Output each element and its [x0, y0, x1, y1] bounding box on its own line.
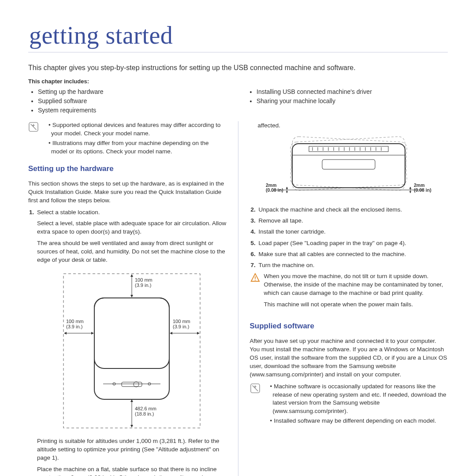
step-number: 1.: [29, 208, 34, 216]
svg-rect-18: [290, 136, 407, 190]
ordered-steps-left: 1. Select a stable location. Select a le…: [28, 208, 227, 476]
paragraph: Select a level, stable place with adequa…: [37, 219, 227, 236]
info-note: Machine software is occasionally updated…: [250, 383, 448, 427]
svg-text:482.6 mm(18.8 in.): 482.6 mm(18.8 in.): [135, 406, 156, 416]
ordered-steps-right: 2.Unpack the machine and check all the e…: [250, 205, 448, 269]
warning-note: When you move the machine, do not tilt o…: [250, 272, 448, 311]
continued-word: affected.: [250, 121, 448, 130]
column-left: Supported optional devices and features …: [28, 121, 238, 476]
warning-text: When you move the machine, do not tilt o…: [264, 272, 448, 311]
includes-label: This chapter includes:: [28, 78, 448, 85]
info-note: Supported optional devices and features …: [28, 121, 227, 157]
svg-rect-21: [309, 146, 388, 152]
note-line: Supported optional devices and features …: [43, 121, 227, 138]
list-item: Installing USB connected machine's drive…: [257, 87, 448, 97]
page-title: getting started: [29, 21, 448, 49]
note-line: Machine software is occasionally updated…: [265, 383, 448, 416]
tilt-diagram: 2mm(0.08 in) 2mm(0.08 in): [260, 135, 437, 201]
note-lines: Supported optional devices and features …: [43, 121, 227, 157]
note-line: Illustrations may differ from your machi…: [43, 139, 227, 156]
paragraph: Place the machine on a flat, stable surf…: [37, 465, 227, 476]
paragraph: The area should be well ventilated and a…: [37, 239, 227, 264]
list-item: 2.Unpack the machine and check all the e…: [251, 205, 448, 214]
svg-point-8: [134, 382, 139, 387]
contents-list: Setting up the hardware Supplied softwar…: [28, 87, 448, 115]
paragraph: This machine will not operate when the p…: [264, 300, 448, 309]
contents-left: Setting up the hardware Supplied softwar…: [28, 87, 229, 115]
list-item: Supplied software: [38, 97, 229, 106]
divider: [28, 52, 448, 52]
svg-text:100 mm(3.9 in.): 100 mm(3.9 in.): [173, 319, 190, 329]
column-right: affected.: [238, 121, 448, 476]
svg-rect-36: [322, 160, 375, 169]
list-item: 3.Remove all tape.: [251, 216, 448, 225]
list-item: 5.Load paper (See "Loading paper in the …: [251, 239, 448, 247]
paragraph: This section shows the steps to set up t…: [28, 179, 227, 205]
step-lead: Select a stable location.: [37, 208, 227, 216]
note-line: Installed software may be different depe…: [265, 417, 448, 425]
note-icon: [250, 383, 260, 394]
list-item: System requirements: [38, 106, 229, 115]
svg-rect-3: [94, 298, 169, 368]
list-item: Setting up the hardware: [38, 87, 229, 97]
paragraph: When you move the machine, do not tilt o…: [264, 272, 448, 297]
page: getting started This chapter gives you s…: [0, 0, 476, 476]
svg-text:2mm(0.08 in): 2mm(0.08 in): [266, 182, 283, 193]
clearance-diagram: 100 mm(3.9 in.) 100 mm(3.9 in.) 100 mm(3…: [59, 269, 205, 432]
two-column-body: Supported optional devices and features …: [28, 121, 448, 476]
list-item: 6.Make sure that all cables are connecte…: [251, 250, 448, 258]
svg-text:2mm(0.08 in): 2mm(0.08 in): [414, 182, 431, 193]
warning-icon: [250, 272, 260, 283]
paragraph: Printing is suitable for altitudes under…: [37, 437, 227, 462]
section-heading-software: Supplied software: [250, 321, 448, 331]
list-item: 4.Install the toner cartridge.: [251, 227, 448, 236]
step-1: 1. Select a stable location. Select a le…: [29, 208, 227, 476]
note-icon: [28, 122, 39, 132]
svg-rect-17: [290, 136, 407, 190]
intro-paragraph: This chapter gives you step-by-step inst…: [28, 64, 448, 72]
list-item: 7.Turn the machine on.: [251, 261, 448, 269]
paragraph: After you have set up your machine and c…: [250, 337, 448, 379]
section-heading-hardware: Setting up the hardware: [28, 164, 227, 174]
note-lines: Machine software is occasionally updated…: [265, 383, 448, 427]
svg-text:100 mm(3.9 in.): 100 mm(3.9 in.): [66, 319, 84, 329]
svg-point-43: [254, 279, 255, 280]
contents-right: Installing USB connected machine's drive…: [247, 87, 448, 115]
svg-text:100 mm(3.9 in.): 100 mm(3.9 in.): [135, 277, 152, 288]
list-item: Sharing your machine locally: [257, 97, 448, 106]
